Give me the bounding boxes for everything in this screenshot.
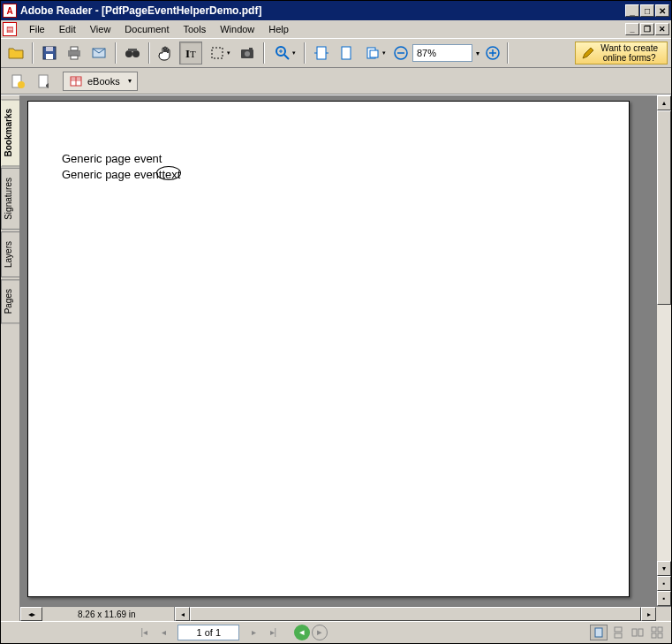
scroll-left-button[interactable]: ◂ bbox=[175, 607, 190, 621]
close-button[interactable]: ✕ bbox=[655, 4, 669, 17]
forms-promo-line2: online forms? bbox=[600, 53, 658, 63]
fit-page-button[interactable] bbox=[335, 42, 358, 64]
sidebar-tab-bookmarks[interactable]: Bookmarks bbox=[1, 99, 19, 166]
page-nav-group: |◂ ◂ ▸ ▸| ◂ ▸ bbox=[135, 625, 328, 640]
sidebar-tab-signatures[interactable]: Signatures bbox=[1, 168, 19, 230]
next-page-button[interactable]: ▸ bbox=[245, 625, 262, 640]
prev-page-button[interactable]: ◂ bbox=[155, 625, 172, 640]
zoom-in-button[interactable] bbox=[483, 43, 502, 63]
doc-text-line: Generic page event bbox=[62, 151, 629, 167]
continuous-view-button[interactable] bbox=[609, 625, 627, 640]
vertical-scroll-thumb[interactable] bbox=[657, 110, 671, 305]
create-forms-promo-button[interactable]: Want to create online forms? bbox=[575, 42, 668, 64]
select-text-tool-button[interactable]: IT bbox=[179, 42, 202, 64]
svg-point-14 bbox=[245, 51, 250, 57]
last-page-button[interactable]: ▸| bbox=[264, 625, 282, 640]
menu-document[interactable]: Document bbox=[117, 22, 176, 36]
vertical-scrollbar[interactable]: ▴ ▾ ▪ ▪ bbox=[656, 95, 671, 606]
page-size-indicator: 8.26 x 11.69 in bbox=[42, 607, 175, 621]
menu-file[interactable]: File bbox=[22, 22, 52, 36]
secondary-toolbar: eBooks ▾ bbox=[1, 68, 671, 95]
chevron-down-icon: ▾ bbox=[128, 77, 132, 85]
facing-icon bbox=[631, 626, 644, 639]
printer-icon bbox=[65, 44, 83, 62]
zoom-dropdown-arrow[interactable]: ▾ bbox=[476, 49, 479, 57]
scroll-page-up-button[interactable]: ▪ bbox=[657, 576, 671, 591]
page-number-input[interactable] bbox=[177, 625, 239, 640]
zoom-in-tool-button[interactable] bbox=[269, 42, 299, 64]
single-page-view-button[interactable] bbox=[590, 625, 608, 640]
print-button[interactable] bbox=[63, 42, 86, 64]
title-bar: A Adobe Reader - [PdfPageEventHelperDemo… bbox=[1, 1, 671, 20]
scroll-right-button[interactable]: ▸ bbox=[641, 607, 656, 621]
review-button[interactable] bbox=[6, 70, 29, 93]
hand-tool-button[interactable] bbox=[155, 42, 177, 64]
scroll-page-down-button[interactable]: ▪ bbox=[657, 591, 671, 606]
save-button[interactable] bbox=[38, 42, 61, 64]
document-note-icon bbox=[9, 72, 26, 90]
menu-help[interactable]: Help bbox=[261, 22, 296, 36]
history-forward-button[interactable]: ▸ bbox=[312, 625, 328, 640]
menu-edit[interactable]: Edit bbox=[52, 22, 83, 36]
email-button[interactable] bbox=[87, 42, 110, 64]
mdi-restore-button[interactable]: ❐ bbox=[640, 23, 654, 35]
minimize-button[interactable]: _ bbox=[625, 4, 639, 17]
continuous-facing-icon bbox=[651, 626, 663, 639]
ebooks-button[interactable]: eBooks ▾ bbox=[63, 72, 138, 91]
menu-tools[interactable]: Tools bbox=[177, 22, 214, 36]
svg-rect-21 bbox=[342, 47, 351, 59]
scroll-up-button[interactable]: ▴ bbox=[657, 95, 671, 110]
first-page-button[interactable]: |◂ bbox=[135, 625, 153, 640]
svg-rect-20 bbox=[317, 47, 326, 59]
menu-window[interactable]: Window bbox=[213, 22, 261, 36]
sidebar-tabs: Bookmarks Signatures Layers Pages bbox=[1, 95, 20, 621]
continuous-facing-view-button[interactable] bbox=[648, 625, 666, 640]
zoom-out-button[interactable] bbox=[391, 43, 411, 63]
mdi-minimize-button[interactable]: _ bbox=[625, 23, 639, 35]
svg-line-17 bbox=[284, 55, 289, 59]
svg-point-30 bbox=[18, 81, 25, 88]
maximize-button[interactable]: □ bbox=[640, 4, 654, 17]
minus-circle-icon bbox=[392, 44, 410, 62]
marquee-icon bbox=[208, 44, 226, 62]
doc-text-line: Generic page eventtext bbox=[62, 167, 629, 183]
svg-rect-35 bbox=[615, 633, 622, 638]
search-button[interactable] bbox=[121, 42, 144, 64]
svg-rect-23 bbox=[370, 50, 378, 57]
select-tool-dropdown[interactable] bbox=[204, 42, 234, 64]
facing-view-button[interactable] bbox=[629, 625, 646, 640]
doc-icon: ▤ bbox=[3, 22, 17, 36]
forms-promo-line1: Want to create bbox=[600, 43, 658, 53]
size-toggle-button[interactable]: ◂▸ bbox=[20, 607, 42, 621]
fit-page-icon bbox=[337, 44, 355, 62]
folder-open-icon bbox=[7, 44, 25, 62]
svg-text:T: T bbox=[190, 49, 196, 59]
zoom-input[interactable] bbox=[412, 44, 472, 62]
history-back-button[interactable]: ◂ bbox=[294, 625, 310, 640]
page-rotate-icon bbox=[364, 44, 381, 62]
sidebar-tab-layers[interactable]: Layers bbox=[1, 231, 19, 277]
svg-rect-40 bbox=[652, 633, 656, 638]
pdf-page[interactable]: Generic page event Generic page eventtex… bbox=[27, 101, 630, 597]
mdi-close-button[interactable]: ✕ bbox=[655, 23, 669, 35]
rotate-view-button[interactable] bbox=[359, 42, 389, 64]
svg-rect-9 bbox=[128, 49, 137, 51]
menu-view[interactable]: View bbox=[83, 22, 118, 36]
horizontal-scroll-thumb[interactable] bbox=[190, 607, 641, 621]
svg-rect-33 bbox=[595, 628, 602, 637]
scroll-down-button[interactable]: ▾ bbox=[657, 561, 671, 576]
snapshot-tool-button[interactable] bbox=[236, 42, 259, 64]
svg-rect-2 bbox=[46, 54, 53, 59]
binoculars-icon bbox=[124, 44, 141, 62]
hand-icon bbox=[157, 44, 175, 62]
ebooks-label: eBooks bbox=[87, 76, 120, 87]
fit-width-icon bbox=[313, 44, 330, 62]
svg-rect-4 bbox=[71, 47, 78, 50]
svg-rect-36 bbox=[632, 629, 637, 636]
fit-width-button[interactable] bbox=[310, 42, 333, 64]
main-toolbar: IT ▾ Want to create online forms? bbox=[1, 38, 671, 68]
open-button[interactable] bbox=[4, 42, 27, 64]
single-page-icon bbox=[593, 626, 605, 639]
reading-button[interactable] bbox=[33, 70, 56, 93]
sidebar-tab-pages[interactable]: Pages bbox=[1, 279, 19, 323]
